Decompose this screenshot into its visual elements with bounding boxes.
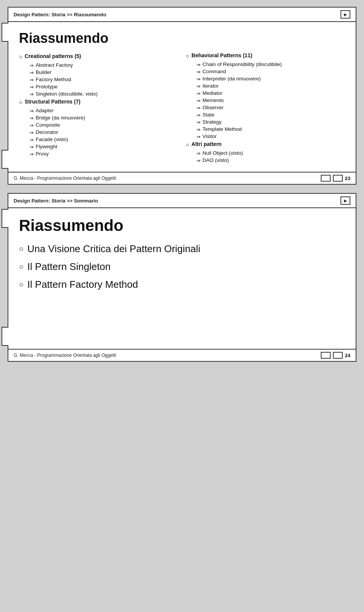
sub-bullet-interpreter: ⇒ Interpreter (da rimuovere): [196, 76, 345, 82]
slide-1-right-col: ○ Behavioral Patterns (11) ⇒ Chain of Re…: [186, 30, 345, 165]
slide-2-footer-text: G. Mecca - Programmazione Orientata agli…: [14, 353, 116, 358]
sub-bullet-builder: ⇒ Builder: [30, 69, 178, 75]
slide-1-footer: G. Mecca - Programmazione Orientata agli…: [8, 172, 356, 184]
play-icon: ▶: [344, 12, 347, 17]
bullet-factory-label: Il Pattern Factory Method: [27, 279, 138, 290]
arrow-icon: ⇒: [196, 119, 201, 125]
slide-1-title: Riassumendo: [19, 30, 178, 46]
bullet-creational-label: Creational patterns (5): [25, 53, 81, 59]
slide-2-title: Riassumendo: [19, 217, 345, 235]
slide-1-header: Design Pattern: Storia >> Riassumendo ▶: [8, 8, 356, 22]
arrow-icon: ⇒: [30, 144, 34, 150]
bullet-altri: ○ Altri pattern: [186, 141, 345, 148]
bullet-singleton: ○ Il Pattern Singleton: [19, 261, 345, 273]
bullet-behavioral: ○ Behavioral Patterns (11): [186, 52, 345, 59]
sub-bullet-memento: ⇒ Memento: [196, 97, 345, 104]
sub-bullet-template: ⇒ Template Method: [196, 126, 345, 132]
circle-bullet-icon-7: ○: [19, 280, 24, 289]
slide-1-play-button[interactable]: ▶: [340, 10, 350, 19]
sub-bullet-state: ⇒ State: [196, 112, 345, 118]
bullet-visione: ○ Una Visione Critica dei Pattern Origin…: [19, 243, 345, 255]
arrow-icon: ⇒: [30, 84, 34, 90]
sub-bullets-altri: ⇒ Null Object (visto) ⇒ DAO (visto): [196, 150, 345, 163]
slide-2-footer-nav: 24: [321, 352, 350, 359]
bullet-altri-label: Altri pattern: [191, 141, 221, 147]
arrow-icon: ⇒: [196, 112, 201, 118]
bullet-creational: ○ Creational patterns (5): [19, 53, 178, 60]
arrow-icon: ⇒: [196, 76, 201, 82]
sub-bullet-strategy: ⇒ Strategy: [196, 119, 345, 125]
slide-2-header-title: Design Pattern: Storia >> Sommario: [14, 198, 98, 204]
arrow-icon: ⇒: [196, 98, 201, 104]
sub-bullet-facade: ⇒ Facade (visto): [30, 137, 178, 143]
arrow-icon: ⇒: [30, 70, 34, 75]
slide-1-body: Riassumendo ○ Creational patterns (5) ⇒ …: [8, 22, 356, 172]
bullet-structural: ○ Structural Patterns (7): [19, 99, 178, 105]
arrow-icon: ⇒: [196, 127, 201, 132]
arrow-icon: ⇒: [196, 134, 201, 140]
sub-bullet-decorator: ⇒ Decorator: [30, 129, 178, 135]
arrow-icon: ⇒: [30, 77, 34, 83]
footer-box-1[interactable]: [321, 175, 331, 182]
sub-bullet-chain: ⇒ Chain of Responsibility (discutibile): [196, 61, 345, 67]
circle-bullet-icon-5: ○: [19, 245, 24, 253]
circle-bullet-icon-4: ○: [186, 141, 189, 148]
slide-1-footer-text: G. Mecca - Programmazione Orientata agli…: [14, 176, 116, 181]
footer-box-3[interactable]: [321, 352, 331, 359]
sub-bullet-dao: ⇒ DAO (visto): [196, 157, 345, 163]
sub-bullet-singleton: ⇒ Singleton (discutibile, visto): [30, 91, 178, 97]
arrow-icon: ⇒: [30, 151, 34, 157]
arrow-icon: ⇒: [196, 151, 201, 156]
arrow-icon: ⇒: [196, 158, 201, 163]
slide-2-play-button[interactable]: ▶: [340, 196, 350, 205]
bullet-visione-label: Una Visione Critica dei Pattern Original…: [27, 243, 200, 255]
circle-bullet-icon-3: ○: [186, 53, 189, 59]
bullet-structural-label: Structural Patterns (7): [25, 99, 80, 105]
sub-bullet-mediator: ⇒ Mediator: [196, 90, 345, 96]
slide-1-left-col: Riassumendo ○ Creational patterns (5) ⇒ …: [19, 30, 178, 165]
sub-bullet-composite: ⇒ Composite: [30, 122, 178, 128]
sub-bullet-iterator: ⇒ Iterator: [196, 83, 345, 89]
slide-1: Design Pattern: Storia >> Riassumendo ▶ …: [8, 7, 356, 185]
footer-box-2[interactable]: [333, 175, 343, 182]
sub-bullet-null-object: ⇒ Null Object (visto): [196, 150, 345, 156]
slide-1-header-title: Design Pattern: Storia >> Riassumendo: [14, 12, 106, 17]
slide-2-body: Riassumendo ○ Una Visione Critica dei Pa…: [8, 208, 356, 349]
bullet-factory: ○ Il Pattern Factory Method: [19, 279, 345, 290]
arrow-icon: ⇒: [30, 130, 34, 135]
sub-bullet-observer: ⇒ Observer: [196, 105, 345, 111]
sub-bullets-structural: ⇒ Adapter ⇒ Bridge (da rimuovere) ⇒ Comp…: [30, 108, 178, 157]
sub-bullet-factory-method: ⇒ Factory Method: [30, 77, 178, 83]
sub-bullet-visitor: ⇒ Visitor: [196, 133, 345, 140]
arrow-icon: ⇒: [30, 91, 34, 97]
circle-bullet-icon-1: ○: [19, 53, 22, 60]
arrow-icon: ⇒: [30, 137, 34, 143]
sub-bullets-creational: ⇒ Abstract Factory ⇒ Builder ⇒ Factory M…: [30, 62, 178, 97]
slide-2: Design Pattern: Storia >> Sommario ▶ Ria…: [8, 193, 356, 362]
footer-box-4[interactable]: [333, 352, 343, 359]
arrow-icon: ⇒: [30, 122, 34, 128]
sub-bullet-flyweight: ⇒ Flyweight: [30, 144, 178, 150]
spacer: [19, 297, 345, 342]
sub-bullet-adapter: ⇒ Adapter: [30, 108, 178, 114]
arrow-icon: ⇒: [196, 83, 201, 89]
play-icon-2: ▶: [344, 198, 347, 203]
circle-bullet-icon-2: ○: [19, 99, 22, 105]
arrow-icon: ⇒: [30, 63, 34, 68]
sub-bullet-prototype: ⇒ Prototype: [30, 84, 178, 90]
slide-2-page-num: 24: [345, 353, 350, 358]
arrow-icon: ⇒: [30, 108, 34, 114]
slide-2-left-tab-bottom: [2, 327, 8, 346]
bullet-behavioral-label: Behavioral Patterns (11): [191, 52, 252, 58]
slide-1-page-num: 23: [345, 176, 350, 181]
left-tab-bottom: [2, 150, 8, 169]
slide-2-header: Design Pattern: Storia >> Sommario ▶: [8, 194, 356, 208]
bullet-singleton-label: Il Pattern Singleton: [27, 261, 111, 273]
left-tab-top: [2, 23, 8, 42]
slide-1-footer-nav: 23: [321, 175, 350, 182]
circle-bullet-icon-6: ○: [19, 262, 24, 271]
arrow-icon: ⇒: [196, 69, 201, 75]
arrow-icon: ⇒: [196, 62, 201, 67]
arrow-icon: ⇒: [30, 115, 34, 121]
sub-bullet-command: ⇒ Command: [196, 69, 345, 75]
